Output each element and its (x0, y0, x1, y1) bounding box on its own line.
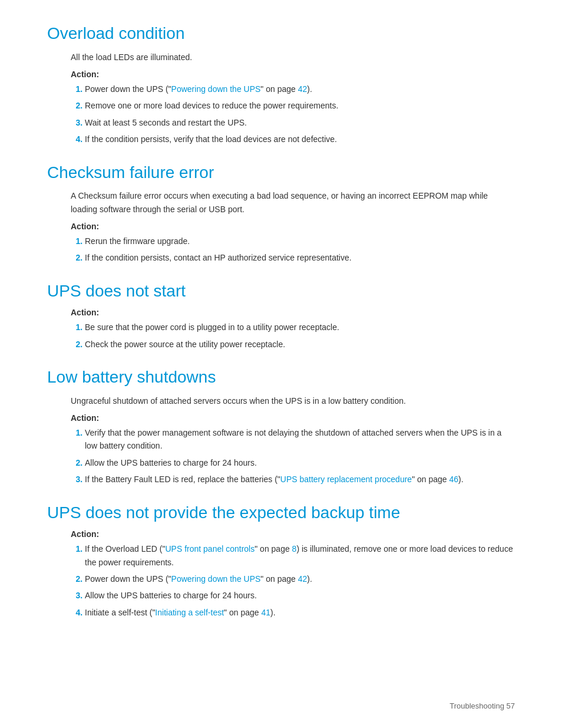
footer-page-number: Troubleshooting 57 (449, 701, 515, 710)
list-item: Be sure that the power cord is plugged i… (85, 321, 515, 334)
list-item: Remove one or more load devices to reduc… (85, 99, 515, 112)
action-list-ups-no-backup: If the Overload LED ("UPS front panel co… (85, 542, 515, 619)
page-link-41[interactable]: 41 (261, 608, 270, 617)
section-overload-condition: Overload condition All the load LEDs are… (47, 24, 515, 146)
list-item: If the condition persists, contact an HP… (85, 251, 515, 264)
page-link-46[interactable]: 46 (449, 475, 459, 484)
section-title-checksum: Checksum failure error (47, 163, 515, 183)
self-test-link[interactable]: Initiating a self-test (155, 608, 224, 617)
section-desc-checksum: A Checksum failure error occurs when exe… (71, 189, 515, 216)
list-item: Rerun the firmware upgrade. (85, 235, 515, 248)
powering-down-link-2[interactable]: Powering down the UPS (171, 574, 261, 584)
page-link-42-1[interactable]: 42 (298, 84, 308, 94)
list-item: Allow the UPS batteries to charge for 24… (85, 456, 515, 469)
section-title-low-battery: Low battery shutdowns (47, 367, 515, 387)
section-title-overload: Overload condition (47, 24, 515, 44)
page-link-42-2[interactable]: 42 (298, 574, 308, 584)
powering-down-link-1[interactable]: Powering down the UPS (171, 84, 261, 94)
list-item: Power down the UPS ("Powering down the U… (85, 83, 515, 95)
list-item: Wait at least 5 seconds and restart the … (85, 116, 515, 129)
section-title-ups-no-backup: UPS does not provide the expected backup… (47, 503, 515, 523)
list-item: Allow the UPS batteries to charge for 24… (85, 589, 515, 602)
section-checksum-failure: Checksum failure error A Checksum failur… (47, 163, 515, 265)
list-item: Power down the UPS ("Powering down the U… (85, 572, 515, 585)
list-item: Initiate a self-test ("Initiating a self… (85, 606, 515, 619)
list-item: Verify that the power management softwar… (85, 426, 515, 453)
action-label-low-battery: Action: (71, 413, 515, 423)
action-list-ups-no-start: Be sure that the power cord is plugged i… (85, 321, 515, 351)
list-item: If the Overload LED ("UPS front panel co… (85, 542, 515, 569)
section-title-ups-no-start: UPS does not start (47, 281, 515, 301)
action-label-checksum: Action: (71, 222, 515, 231)
action-list-low-battery: Verify that the power management softwar… (85, 426, 515, 486)
list-item: If the Battery Fault LED is red, replace… (85, 473, 515, 486)
section-desc-overload: All the load LEDs are illuminated. (71, 51, 515, 64)
battery-replacement-link[interactable]: UPS battery replacement procedure (280, 475, 412, 484)
front-panel-controls-link[interactable]: UPS front panel controls (165, 544, 254, 554)
action-list-overload: Power down the UPS ("Powering down the U… (85, 83, 515, 146)
section-low-battery: Low battery shutdowns Ungraceful shutdow… (47, 367, 515, 486)
action-label-ups-no-backup: Action: (71, 529, 515, 539)
section-ups-no-backup: UPS does not provide the expected backup… (47, 503, 515, 620)
section-desc-low-battery: Ungraceful shutdown of attached servers … (71, 394, 515, 407)
page-link-8[interactable]: 8 (292, 544, 297, 554)
action-list-checksum: Rerun the firmware upgrade. If the condi… (85, 235, 515, 265)
action-label-ups-no-start: Action: (71, 308, 515, 317)
list-item: Check the power source at the utility po… (85, 338, 515, 351)
section-ups-no-start: UPS does not start Action: Be sure that … (47, 281, 515, 351)
list-item: If the condition persists, verify that t… (85, 133, 515, 146)
action-label-overload: Action: (71, 70, 515, 79)
